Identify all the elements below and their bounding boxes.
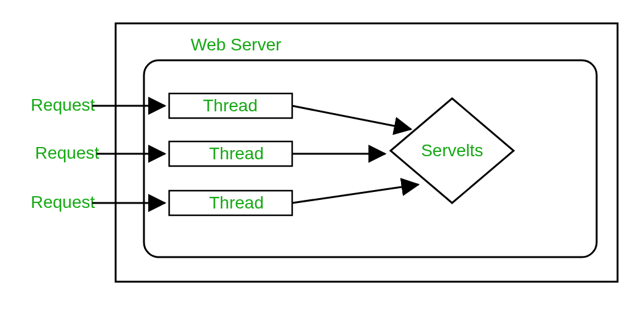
- web-server-title: Web Server: [191, 35, 281, 54]
- diagram-svg: Web Server Servelts Request Thread Reque…: [0, 0, 644, 310]
- request-label-1: Request: [31, 95, 95, 114]
- thread-arrow-1: [292, 106, 411, 129]
- thread-label-2: Thread: [209, 144, 264, 163]
- thread-label-1: Thread: [203, 96, 258, 115]
- request-label-3: Request: [31, 193, 95, 212]
- request-label-2: Request: [35, 143, 100, 162]
- thread-arrow-3: [292, 185, 418, 203]
- thread-label-3: Thread: [209, 193, 264, 212]
- servlets-label: Servelts: [421, 141, 483, 160]
- servlets-node: Servelts: [391, 98, 514, 203]
- diagram-stage: Web Server Servelts Request Thread Reque…: [0, 0, 644, 310]
